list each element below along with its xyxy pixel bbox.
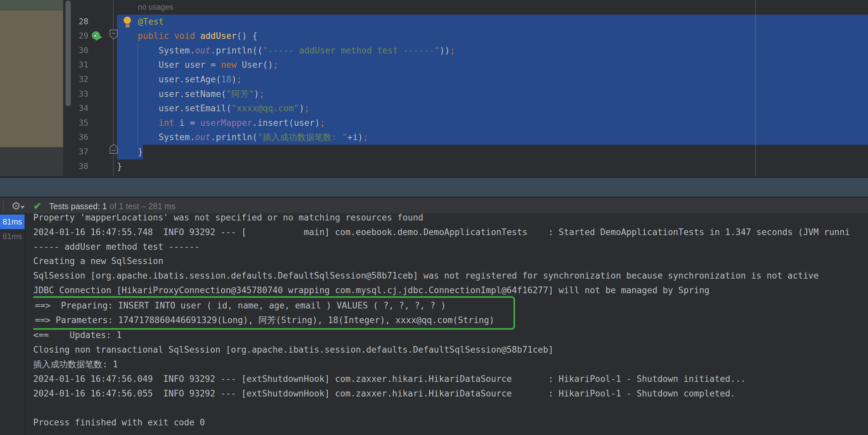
lightbulb-filament <box>126 25 130 26</box>
tests-passed-detail: of 1 test – 281 ms <box>110 202 176 211</box>
fold-collapse-marker-top[interactable] <box>109 29 118 40</box>
console-line <box>33 401 868 415</box>
test-duration-badge[interactable]: 81ms <box>0 214 25 229</box>
console-log-lines: <== Updates: 1Closing non transactional … <box>33 328 868 430</box>
run-console[interactable]: 81ms 81ms Property 'mapperLocations' was… <box>0 214 868 435</box>
line-number[interactable]: 38 <box>72 159 88 174</box>
console-line: 2024-01-16 16:47:55.748 INFO 93292 --- [… <box>33 225 868 240</box>
code-editor[interactable]: 2829303132333435363738 no usages @Test p… <box>0 0 868 176</box>
test-status-text: Tests passed: 1of 1 test – 281 ms <box>49 199 176 214</box>
sql-log-line: ==> Parameters: 1747178860446691329(Long… <box>35 313 503 328</box>
intention-lightbulb-icon[interactable] <box>124 16 132 27</box>
fold-collapse-marker-bottom[interactable] <box>109 143 118 154</box>
console-line: Creating a new SqlSession <box>33 254 868 269</box>
sql-log-line: ==> Preparing: INSERT INTO user ( id, na… <box>35 299 503 313</box>
console-divider <box>25 214 26 435</box>
line-number[interactable]: 36 <box>72 130 88 145</box>
run-test-passed-icon[interactable]: ✓ <box>92 31 105 43</box>
editor-gutter-line-numbers[interactable]: 2829303132333435363738 <box>72 14 88 174</box>
line-number[interactable]: 30 <box>72 43 88 58</box>
console-line: ----- addUser method test ------ <box>33 240 868 254</box>
line-number[interactable]: 33 <box>72 87 88 102</box>
console-line: Process finished with exit code 0 <box>33 415 868 430</box>
right-margin-guide <box>755 0 756 176</box>
tests-passed-count: Tests passed: 1 <box>49 202 107 211</box>
left-panel-strip <box>0 0 63 176</box>
indent-guide-line <box>137 43 138 145</box>
editor-scrollbar-thumb[interactable] <box>65 1 71 106</box>
no-usages-hint: no usages <box>138 3 173 11</box>
console-line: Property 'mapperLocations' was not speci… <box>33 214 868 225</box>
console-line: <== Updates: 1 <box>33 328 868 343</box>
console-log-lines: Property 'mapperLocations' was not speci… <box>33 214 868 298</box>
console-line: 2024-01-16 16:47:56.055 INFO 93292 --- [… <box>33 387 868 401</box>
line-number[interactable]: 31 <box>72 58 88 72</box>
console-line: SqlSession [org.apache.ibatis.session.de… <box>33 269 868 283</box>
line-number[interactable]: 34 <box>72 101 88 116</box>
console-output[interactable]: Property 'mapperLocations' was not speci… <box>33 214 868 435</box>
chevron-down-icon <box>21 206 25 209</box>
left-panel-strip-middle <box>0 11 63 147</box>
tests-passed-check-icon: ✔ <box>33 199 41 214</box>
line-number[interactable]: 35 <box>72 116 88 131</box>
console-line: JDBC Connection [HikariProxyConnection@3… <box>33 283 868 298</box>
test-duration-badge[interactable]: 81ms <box>0 229 25 244</box>
left-panel-strip-bottom <box>0 147 63 176</box>
line-number[interactable]: 29 <box>72 29 88 43</box>
console-line: 2024-01-16 16:47:56.049 INFO 93292 --- [… <box>33 372 868 387</box>
run-play-triangle-icon <box>96 34 102 41</box>
left-panel-strip-top <box>0 0 63 11</box>
line-number[interactable]: 28 <box>72 14 88 29</box>
console-line: Closing non transactional SqlSession [or… <box>33 343 868 357</box>
toolbar-separator <box>3 199 4 212</box>
lightbulb-globe <box>124 16 131 24</box>
line-number[interactable]: 37 <box>72 145 88 159</box>
sql-highlight-box: ==> Preparing: INSERT INTO user ( id, na… <box>33 296 515 330</box>
console-line: 插入成功数据笔数: 1 <box>33 357 868 372</box>
lightbulb-filament <box>126 26 130 27</box>
test-tree-selected-row-band[interactable] <box>0 178 868 197</box>
ide-window: { "editor": { "no_usages_label": "no usa… <box>0 0 868 435</box>
test-duration-column: 81ms 81ms <box>0 214 25 244</box>
line-number[interactable]: 32 <box>72 72 88 87</box>
